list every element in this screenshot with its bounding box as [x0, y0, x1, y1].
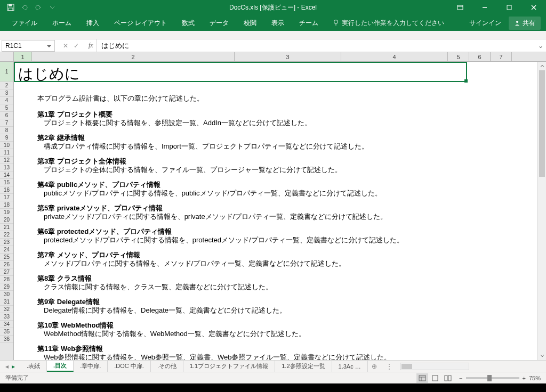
fill-handle[interactable] [464, 79, 468, 83]
row-header[interactable]: 3 [0, 89, 13, 97]
tell-me-search[interactable]: 実行したい作業を入力してください [332, 19, 444, 28]
row-header[interactable]: 27 [0, 268, 13, 276]
row-header[interactable]: 6 [0, 112, 13, 119]
fx-icon[interactable]: fx [85, 42, 97, 50]
scroll-down-arrow[interactable] [538, 352, 546, 360]
tab-formulas[interactable]: 数式 [175, 17, 201, 30]
row-header[interactable]: 13 [0, 164, 13, 172]
scroll-thumb[interactable] [539, 70, 545, 177]
vertical-scrollbar[interactable] [537, 62, 546, 360]
redo-button[interactable] [32, 1, 45, 14]
svg-rect-14 [432, 375, 438, 381]
row-header[interactable]: 32 [0, 306, 13, 313]
row-header[interactable]: 7 [0, 119, 13, 127]
row-header[interactable]: 19 [0, 209, 13, 216]
row-header[interactable]: 11 [0, 149, 13, 157]
row-header[interactable]: 2 [0, 82, 13, 89]
sheet-tab[interactable]: .目次 [47, 361, 74, 372]
page-break-view-button[interactable] [442, 373, 454, 383]
cell-grid[interactable]: はじめに 本プログラム設計書は、以下の章に分けて記述した。第1章 プロジェクト概… [14, 62, 546, 360]
row-header[interactable]: 5 [0, 104, 13, 112]
row-header[interactable]: 28 [0, 276, 13, 283]
zoom-out-button[interactable]: − [459, 375, 462, 381]
sheet-tab[interactable]: 1.2参照設定一覧 [275, 361, 332, 372]
row-header[interactable]: 15 [0, 179, 13, 186]
row-header[interactable]: 4 [0, 97, 13, 104]
save-button[interactable] [4, 1, 17, 14]
row-header[interactable]: 31 [0, 298, 13, 306]
ribbon-options-button[interactable] [448, 0, 472, 15]
tab-overflow[interactable]: ⋮ [381, 363, 398, 370]
column-header[interactable]: 6 [469, 52, 491, 61]
tab-data[interactable]: データ [203, 17, 235, 30]
horizontal-scrollbar[interactable] [400, 363, 469, 370]
row-header[interactable]: 12 [0, 157, 13, 164]
hscroll-thumb[interactable] [402, 364, 412, 369]
tab-nav-prev[interactable]: ◂ [5, 363, 9, 370]
column-header[interactable]: 5 [448, 52, 469, 61]
sheet-tab[interactable]: .表紙 [20, 361, 47, 372]
column-header[interactable]: 7 [491, 52, 512, 61]
sheet-tab[interactable]: 1.1プロジェクトファイル情報 [183, 361, 275, 372]
row-header[interactable]: 24 [0, 246, 13, 254]
row-header[interactable]: 35 [0, 328, 13, 336]
tab-page-layout[interactable]: ページ レイアウト [108, 17, 173, 30]
tab-team[interactable]: チーム [293, 17, 325, 30]
formula-expand-button[interactable]: ⌄ [535, 42, 546, 50]
close-button[interactable] [521, 0, 546, 15]
row-header[interactable]: 10 [0, 142, 13, 149]
maximize-button[interactable] [497, 0, 521, 15]
row-header[interactable]: 22 [0, 231, 13, 239]
row-header[interactable]: 23 [0, 239, 13, 246]
row-header[interactable]: 30 [0, 291, 13, 298]
tab-file[interactable]: ファイル [5, 17, 44, 30]
name-box-value: R1C1 [5, 42, 22, 50]
formula-input[interactable]: はじめに [97, 39, 535, 52]
row-header[interactable]: 20 [0, 216, 13, 224]
row-header[interactable]: 36 [0, 336, 13, 343]
row-header[interactable]: 33 [0, 313, 13, 321]
sheet-tab[interactable]: 1.3Ac … [332, 361, 368, 372]
tab-review[interactable]: 校閲 [237, 17, 263, 30]
cancel-icon[interactable]: ✕ [63, 42, 68, 50]
zoom-slider[interactable] [466, 377, 519, 379]
add-sheet-button[interactable]: ⊕ [368, 363, 381, 370]
row-header[interactable]: 8 [0, 127, 13, 134]
sheet-tabs-strip: .表紙.目次.章中扉..DOC 中扉..その他1.1プロジェクトファイル情報1.… [20, 361, 368, 372]
zoom-level[interactable]: 75% [529, 375, 541, 381]
column-header[interactable]: 3 [235, 52, 341, 61]
signin-link[interactable]: サインイン [469, 19, 501, 28]
row-header[interactable]: 16 [0, 186, 13, 194]
sheet-tab[interactable]: .章中扉. [74, 361, 108, 372]
row-header[interactable]: 25 [0, 254, 13, 261]
row-header[interactable]: 14 [0, 172, 13, 179]
share-button[interactable]: 共有 [509, 17, 541, 30]
row-header[interactable]: 17 [0, 194, 13, 201]
sheet-tab[interactable]: .その他 [151, 361, 183, 372]
select-all-corner[interactable] [0, 52, 14, 61]
row-header[interactable]: 34 [0, 321, 13, 328]
zoom-in-button[interactable]: + [523, 375, 526, 381]
row-header[interactable]: 26 [0, 261, 13, 268]
qat-customize-button[interactable] [46, 1, 59, 14]
column-header[interactable]: 4 [341, 52, 448, 61]
tab-view[interactable]: 表示 [265, 17, 291, 30]
row-header[interactable]: 18 [0, 201, 13, 209]
column-header[interactable]: 2 [32, 52, 235, 61]
enter-icon[interactable]: ✓ [74, 42, 79, 50]
undo-button[interactable] [18, 1, 31, 14]
column-header[interactable]: 1 [14, 52, 32, 61]
page-layout-view-button[interactable] [429, 373, 441, 383]
scroll-up-arrow[interactable] [538, 62, 546, 70]
name-box[interactable]: R1C1 [2, 40, 55, 52]
sheet-tab[interactable]: .DOC 中扉. [108, 361, 151, 372]
tab-nav-next[interactable]: ▸ [12, 363, 15, 370]
tab-home[interactable]: ホーム [46, 17, 78, 30]
tab-insert[interactable]: 挿入 [80, 17, 106, 30]
row-header[interactable]: 1 [0, 62, 13, 82]
minimize-button[interactable] [472, 0, 497, 15]
row-header[interactable]: 29 [0, 283, 13, 291]
row-header[interactable]: 21 [0, 224, 13, 231]
row-header[interactable]: 9 [0, 134, 13, 142]
normal-view-button[interactable] [416, 373, 428, 383]
